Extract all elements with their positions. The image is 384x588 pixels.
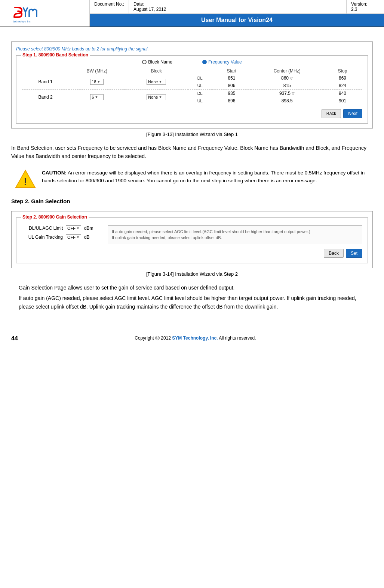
page-content: Please select 800/900 MHz bands up to 2 … — [0, 27, 384, 321]
gain-main-area: DL/UL AGC Limit OFF ▼ dBm UL Gain Tracki… — [22, 225, 362, 244]
caution-icon: ! — [15, 169, 36, 190]
footer-brand: SYM Technology, Inc. — [172, 335, 218, 341]
freq-value-radio[interactable] — [202, 60, 207, 64]
step1-btn-row: Back Next — [22, 109, 362, 118]
freq-value-label: Frequency Value — [208, 59, 242, 65]
dl-ul-agc-select[interactable]: OFF ▼ — [66, 225, 81, 231]
caution-label: CAUTION: — [42, 170, 67, 176]
dl-ul-agc-label: DL/UL AGC Limit — [22, 226, 63, 231]
date-value: August 17, 2012 — [133, 7, 166, 12]
band2-ul-start: 896 — [212, 97, 251, 105]
ul-gain-arrow: ▼ — [76, 235, 80, 239]
dl-ul-unit: dBm — [84, 226, 93, 231]
col-dl-ul-header — [188, 68, 212, 74]
step2-heading: Step 2. Gain Selection — [11, 198, 373, 204]
version-value: 2.3 — [351, 7, 357, 12]
figure13-caption: [Figure 3-13] Installation Wizard via St… — [11, 131, 373, 137]
page-header: technology, Inc. Document No.: Date: Aug… — [0, 0, 384, 27]
band2-block-select[interactable]: None ▼ — [125, 90, 188, 105]
step2-panel: Step 2. 800/900 Gain Selection DL/UL AGC… — [16, 217, 368, 263]
band2-dl-stop: 940 — [323, 90, 362, 98]
date-cell: Date: August 17, 2012 — [129, 0, 347, 13]
date-label: Date: — [133, 1, 144, 7]
figure-13-box: Please select 800/900 MHz bands up to 2 … — [11, 41, 373, 129]
step2-btn-row: Back Set — [22, 249, 362, 258]
block2-arrow: ▼ — [159, 95, 162, 99]
step2-legend: Step 2. 800/900 Gain Selection — [21, 214, 89, 220]
band2-bw-select[interactable]: 6 ▼ — [69, 90, 125, 105]
dl-ul-agc-row: DL/UL AGC Limit OFF ▼ dBm — [22, 225, 104, 231]
band1-dl-center-cell: 860 ▽ — [251, 74, 323, 82]
center1-dl-arrow: ▽ — [290, 76, 293, 80]
svg-text:!: ! — [24, 176, 27, 188]
band2-dl-start: 935 — [212, 90, 251, 98]
figure14-caption: [Figure 3-14] Installation Wizard via St… — [11, 271, 373, 277]
footer-copyright: Copyright ⓒ 2012 SYM Technology, Inc. Al… — [18, 335, 373, 341]
dl-ul-arrow: ▼ — [76, 226, 80, 230]
col-block-header: Block — [125, 68, 188, 74]
figure-14-box: Step 2. 800/900 Gain Selection DL/UL AGC… — [11, 211, 373, 268]
radio-options-row: Block Name Frequency Value — [22, 59, 362, 65]
col-bw-header: BW (MHz) — [69, 68, 125, 74]
band2-ul-center: 898.5 — [251, 97, 323, 105]
band2-ul-label: UL — [188, 97, 212, 105]
step1-back-button[interactable]: Back — [322, 109, 341, 118]
page-footer: 44 Copyright ⓒ 2012 SYM Technology, Inc.… — [0, 332, 384, 345]
bw1-arrow: ▼ — [97, 80, 101, 84]
col-stop-header: Stop — [323, 68, 362, 74]
band1-ul-label: UL — [188, 82, 212, 90]
body-text-2-line1: Gain Selection Page allows user to set t… — [19, 284, 373, 292]
band-selection-instruction: Please select 800/900 MHz bands up to 2 … — [16, 46, 368, 52]
gain-info-panel: If auto gain needed, please select AGC l… — [108, 225, 362, 244]
header-meta-row: Document No.: Date: August 17, 2012 Vers… — [90, 0, 384, 14]
gain-info-line2: If uplink gain tracking needed, please s… — [112, 235, 358, 241]
page-title: User Manual for Vision24 — [90, 14, 384, 27]
band1-ul-stop: 824 — [323, 82, 362, 90]
company-logo: technology, Inc. — [11, 3, 79, 24]
gain-info-line1: If auto gain needed, please select AGC l… — [112, 229, 358, 235]
version-label: Version: — [351, 1, 367, 7]
band2-label: Band 2 — [22, 90, 69, 105]
block-name-radio[interactable] — [142, 60, 147, 64]
block-name-option[interactable]: Block Name — [142, 59, 172, 65]
block1-arrow: ▼ — [159, 80, 162, 84]
band2-dl-center-cell: 937.5 ▽ — [251, 90, 323, 98]
logo-cell: technology, Inc. — [0, 0, 90, 27]
ul-gain-select[interactable]: OFF ▼ — [66, 234, 81, 240]
caution-box: ! CAUTION: An error message will be disp… — [11, 169, 373, 190]
col-center-header: Center (MHz) — [251, 68, 323, 74]
block-name-label: Block Name — [148, 59, 172, 65]
ul-gain-tracking-row: UL Gain Tracking OFF ▼ dB — [22, 234, 104, 240]
version-cell: Version: 2.3 — [347, 0, 384, 13]
band1-bw-select[interactable]: 18 ▼ — [69, 74, 125, 90]
band1-dl-start: 851 — [212, 74, 251, 82]
band1-ul-start: 806 — [212, 82, 251, 90]
step2-set-button[interactable]: Set — [346, 249, 362, 258]
bw2-arrow: ▼ — [95, 95, 98, 99]
header-info: Document No.: Date: August 17, 2012 Vers… — [90, 0, 384, 27]
caution-text: CAUTION: An error message will be displa… — [42, 169, 369, 185]
band1-label: Band 1 — [22, 74, 69, 90]
center2-dl-arrow: ▽ — [292, 92, 295, 96]
band1-dl-row: Band 1 18 ▼ None ▼ — [22, 74, 362, 82]
band1-dl-stop: 869 — [323, 74, 362, 82]
svg-text:technology, Inc.: technology, Inc. — [13, 20, 31, 23]
col-band-header — [22, 68, 69, 74]
step2-back-button[interactable]: Back — [324, 249, 344, 258]
body-text-2-line2: If auto gain (AGC) needed, please select… — [19, 294, 373, 311]
gain-controls: DL/UL AGC Limit OFF ▼ dBm UL Gain Tracki… — [22, 225, 104, 244]
step1-legend: Step 1. 800/900 Band Selection — [21, 52, 90, 58]
col-start-header: Start — [212, 68, 251, 74]
step1-next-button[interactable]: Next — [343, 109, 362, 118]
band2-dl-label: DL — [188, 90, 212, 98]
band1-ul-center: 815 — [251, 82, 323, 90]
freq-value-option[interactable]: Frequency Value — [202, 59, 242, 65]
ul-gain-unit: dB — [84, 235, 90, 240]
page-number: 44 — [11, 335, 18, 342]
ul-gain-label: UL Gain Tracking — [22, 235, 63, 240]
band1-block-select[interactable]: None ▼ — [125, 74, 188, 90]
band2-ul-stop: 901 — [323, 97, 362, 105]
step1-panel: Step 1. 800/900 Band Selection Block Nam… — [16, 55, 368, 124]
band1-dl-label: DL — [188, 74, 212, 82]
document-no-label: Document No.: — [94, 1, 124, 7]
